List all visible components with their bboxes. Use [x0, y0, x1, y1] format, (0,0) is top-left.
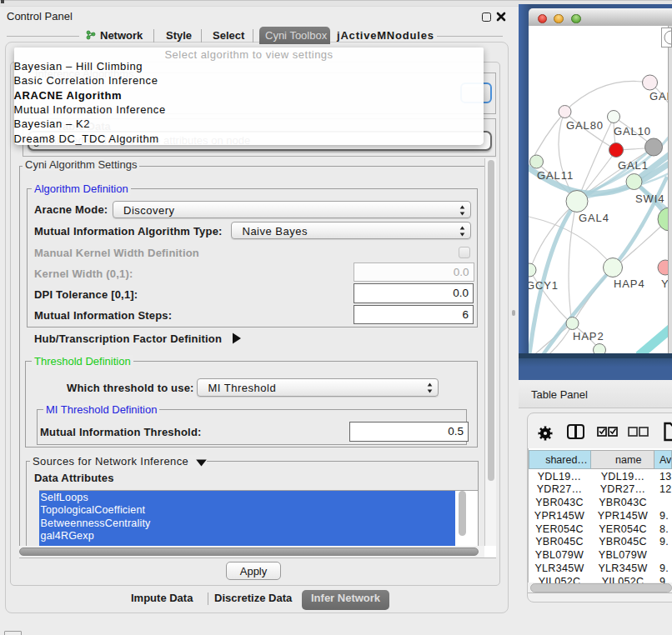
svg-text:SWI4: SWI4 — [635, 192, 664, 205]
svg-text:GCY1: GCY1 — [529, 279, 559, 292]
svg-text:HAP4: HAP4 — [614, 278, 645, 290]
svg-text:GAL80: GAL80 — [566, 119, 604, 132]
svg-text:GAL10: GAL10 — [614, 125, 651, 138]
svg-text:GAL4: GAL4 — [579, 212, 609, 224]
svg-text:HAP2: HAP2 — [573, 330, 604, 342]
svg-text:GAL1: GAL1 — [618, 159, 649, 172]
svg-text:GAL11: GAL11 — [537, 169, 574, 182]
